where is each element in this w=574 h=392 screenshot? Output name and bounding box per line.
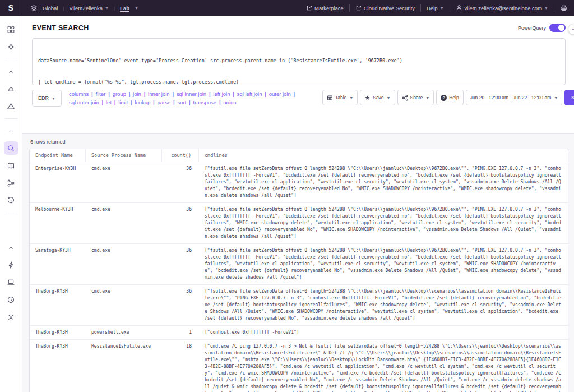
cloud-native-security-link[interactable]: Cloud Native Security <box>355 5 415 11</box>
share-dropdown[interactable]: Share ▼ <box>397 90 434 105</box>
operator-link[interactable]: join <box>133 90 148 98</box>
operator-link[interactable]: left join <box>213 90 237 98</box>
chevron-down-icon: ▼ <box>52 96 55 100</box>
sentinelone-logo[interactable]: S <box>0 0 22 16</box>
scope-account[interactable]: VilemZelienka▼ <box>70 5 109 11</box>
cell-endpoint: Enterprise-KY3H <box>30 162 86 202</box>
navbar-right: Marketplace Cloud Native Security Help▼ … <box>306 4 574 12</box>
settings-gear-icon[interactable] <box>4 310 18 324</box>
operator-link[interactable]: sql inner join <box>177 90 214 98</box>
collapse-section-icon[interactable] <box>4 64 18 78</box>
operator-link[interactable]: limit <box>118 98 135 107</box>
console-switcher-button[interactable] <box>560 4 567 12</box>
threats-warning-icon[interactable] <box>4 99 18 113</box>
toolbar-actions: Table ▼ Save ▼ Share ▼ ? Help <box>322 90 574 105</box>
reports-book-icon[interactable] <box>4 159 18 172</box>
cell-cmdlines: ["fsutil.exe file setZeroData offset=0 l… <box>199 162 568 202</box>
help-menu[interactable]: Help▼ <box>427 5 443 11</box>
history-clock-icon[interactable] <box>4 193 18 207</box>
column-header-cmdlines[interactable]: cmdlines <box>199 149 568 162</box>
event-search-icon[interactable] <box>4 141 18 155</box>
view-table-dropdown[interactable]: Table ▼ <box>322 90 358 105</box>
cell-process: powershell.exe <box>86 326 162 339</box>
chevron-down-icon: ▼ <box>135 6 138 10</box>
chevron-down-icon: ▼ <box>387 96 391 100</box>
date-range-value: Jun 20 - 12:00 am - Jun 22 - 12:00 am <box>470 95 552 100</box>
scope-global[interactable]: Global <box>43 5 58 11</box>
chevron-down-icon: ▼ <box>105 6 109 10</box>
table-row[interactable]: Melbourne-KY3H cmd.exe 36 ["fsutil.exe f… <box>30 203 568 244</box>
chevron-down-icon: ▼ <box>349 96 353 100</box>
user-email: vilem.zelienka@sentinelone.com <box>465 5 543 11</box>
dashboard-icon[interactable] <box>4 22 18 36</box>
star-icon <box>364 95 371 101</box>
operator-link[interactable]: sql left join <box>237 90 269 98</box>
table-row[interactable]: Enterprise-KY3H cmd.exe 36 ["fsutil.exe … <box>30 162 568 203</box>
external-link-icon <box>306 5 312 11</box>
scope-site-lab[interactable]: Lab <box>120 5 129 11</box>
operator-link[interactable]: columns <box>69 90 96 98</box>
analytics-pie-icon[interactable] <box>4 293 18 306</box>
graph-nodes-icon[interactable] <box>4 176 18 190</box>
user-menu[interactable]: vilem.zelienka@sentinelone.com ▼ <box>456 4 548 11</box>
external-link-icon <box>355 5 362 11</box>
query-editor[interactable]: dataSource.name='SentinelOne' event.type… <box>32 38 566 85</box>
query-line: | let cmdline = format("%s %s", tgt.proc… <box>38 79 559 86</box>
cell-process: ResistanceIsFutile.exe <box>86 340 162 392</box>
rows-returned-summary: 6 rows returned <box>30 139 568 145</box>
chevron-down-icon: ▼ <box>440 6 444 10</box>
chevron-down-icon: ▼ <box>544 6 548 10</box>
column-header-source-process-name[interactable]: Source Process Name <box>86 149 162 162</box>
sentinelone-logo-glyph: S <box>8 3 13 12</box>
cell-process: cmd.exe <box>86 244 162 284</box>
table-row[interactable]: TheBorg-KY3H ResistanceIsFutile.exe 18 [… <box>30 340 568 392</box>
operator-link[interactable]: inner join <box>148 90 177 98</box>
left-icon-sidebar <box>0 16 22 392</box>
cell-count: 36 <box>162 203 199 243</box>
table-icon <box>327 95 333 101</box>
operator-link[interactable]: filter <box>96 90 113 98</box>
table-row[interactable]: Saratoga-KY3H cmd.exe 36 ["fsutil.exe fi… <box>30 244 568 285</box>
operator-link[interactable]: sort <box>177 98 193 107</box>
share-icon <box>402 95 408 101</box>
event-search-section: EVENT SEARCH PowerQuery dataSource.name=… <box>22 16 574 112</box>
collapse-section-icon[interactable] <box>4 124 18 137</box>
column-header-endpoint-name[interactable]: Endpoint Name <box>30 149 86 162</box>
collapse-section-icon[interactable] <box>4 241 18 254</box>
query-line: dataSource.name='SentinelOne' event.type… <box>38 57 559 64</box>
automation-bolt-icon[interactable] <box>4 258 18 271</box>
powerquery-label: PowerQuery <box>518 25 546 31</box>
divider <box>5 59 17 59</box>
cell-count: 36 <box>162 244 199 284</box>
search-button[interactable]: Search <box>564 90 574 105</box>
operator-link[interactable]: lookup <box>135 98 157 107</box>
breadcrumb-separator: | <box>63 6 64 11</box>
marketplace-link[interactable]: Marketplace <box>306 5 344 11</box>
breadcrumb-separator: | <box>114 6 115 11</box>
date-range-picker[interactable]: Jun 20 - 12:00 am - Jun 22 - 12:00 am ▼ <box>466 90 563 105</box>
operator-link[interactable]: sql outer join <box>69 98 106 107</box>
toggle-knob <box>558 25 564 31</box>
operator-link[interactable]: transpose <box>193 98 223 107</box>
devices-laptop-icon[interactable] <box>4 275 18 289</box>
results-section: 6 rows returned Endpoint Name Source Pro… <box>22 133 574 392</box>
scope-breadcrumb: Global | VilemZelienka▼ | Lab ▼ <box>22 4 138 12</box>
top-navbar: S Global | VilemZelienka▼ | Lab ▼ Market… <box>0 0 574 16</box>
operator-link[interactable]: outer join <box>269 90 298 98</box>
page-title: EVENT SEARCH <box>32 24 89 32</box>
operator-link[interactable]: union <box>223 98 236 107</box>
alerts-siren-icon[interactable] <box>4 82 18 95</box>
table-row[interactable]: TheBorg-KY3H powershell.exe 1 ["conhost.… <box>30 326 568 340</box>
powerquery-toggle[interactable] <box>549 24 566 32</box>
query-toolbar: EDR ▼ columnsfiltergroupjoininner joinsq… <box>32 90 566 107</box>
help-button[interactable]: ? Help <box>436 90 463 105</box>
singularity-icon[interactable] <box>4 40 18 53</box>
table-row[interactable]: TheBorg-KY3H cmd.exe 36 ["fsutil.exe fil… <box>30 285 568 326</box>
operator-link[interactable]: let <box>106 98 118 107</box>
operator-link[interactable]: group <box>113 90 133 98</box>
mode-select-edr[interactable]: EDR ▼ <box>32 90 62 107</box>
save-dropdown[interactable]: Save ▼ <box>360 90 395 105</box>
operator-link[interactable]: parse <box>157 98 177 107</box>
cell-cmdlines: ["conhost.exe 0xffffffff -ForceV1"] <box>199 326 568 339</box>
column-header-count[interactable]: count() <box>162 149 199 162</box>
